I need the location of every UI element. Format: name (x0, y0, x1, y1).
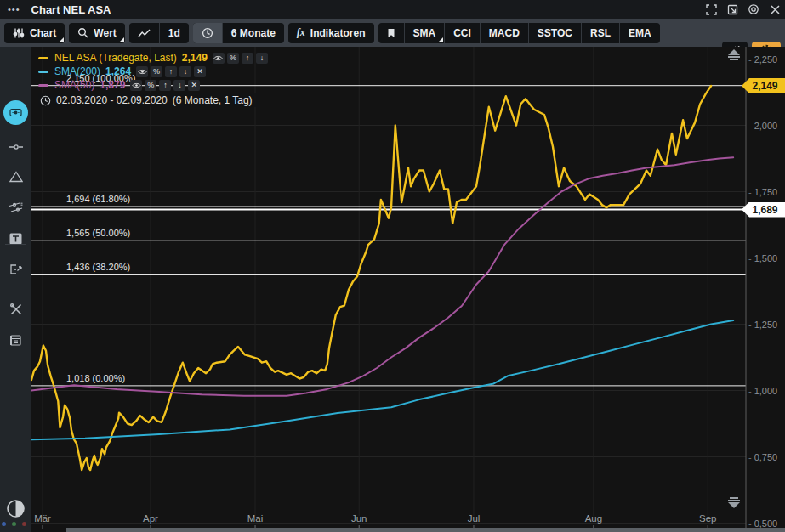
percent-icon[interactable]: % (151, 66, 162, 77)
horizontal-scrollbar[interactable] (66, 528, 785, 532)
record-icon[interactable] (747, 3, 760, 16)
scroll-down-icon[interactable] (725, 497, 743, 508)
chart-type-icon (13, 27, 25, 39)
move-down-icon[interactable]: ↓ (179, 66, 191, 77)
remove-icon[interactable]: ✕ (188, 80, 200, 91)
line-style-button[interactable] (129, 23, 160, 43)
indicator-button-cci[interactable]: CCI (445, 23, 481, 43)
dropdown-corner-icon (119, 37, 124, 42)
indicator-button-label: RSL (590, 27, 611, 39)
fib-label: 1,018 (0.00%) (66, 373, 125, 383)
bookmark-button[interactable] (378, 23, 405, 43)
close-icon[interactable] (768, 3, 782, 16)
daterange-bar: 02.03.2020 - 02.09.2020 (6 Monate, 1 Tag… (38, 93, 259, 107)
move-down-icon[interactable]: ↓ (256, 53, 268, 64)
timeframe-group: 1d (129, 23, 189, 43)
tool-chart-mode[interactable] (3, 100, 28, 125)
dropdown-corner-icon (438, 37, 443, 42)
tool-watchlist[interactable] (0, 327, 31, 353)
y-tick-label: -2,000 (748, 121, 777, 131)
percent-icon[interactable]: % (145, 80, 156, 91)
indicator-button-label: SMA (413, 27, 436, 39)
legend-swatch (38, 71, 48, 73)
visibility-eye-icon[interactable] (213, 53, 225, 64)
legend-value: 2,149 (182, 52, 208, 64)
axis-badge-2-149[interactable]: 2,149 (742, 78, 785, 93)
indicator-shortcuts-group: SMACCIMACDSSTOCRSLEMA (378, 23, 660, 43)
legend-swatch (38, 84, 48, 87)
tool-indicator-lines[interactable] (0, 195, 31, 220)
indicators-button[interactable]: fx Indikatoren (288, 23, 374, 43)
indicators-group: fx Indikatoren (288, 23, 374, 43)
indicator-button-sma[interactable]: SMA (405, 23, 446, 43)
clock-icon (40, 95, 51, 106)
chart-menu-group: Chart (4, 23, 65, 43)
axis-badge-1-689[interactable]: 1,689 (742, 202, 785, 218)
chart-canvas[interactable]: 2,150 (100.00%)1,694 (61.80%)1,565 (50.0… (31, 47, 785, 532)
indicators-label: Indikatoren (310, 27, 366, 39)
percent-icon[interactable]: % (227, 53, 239, 64)
indicator-button-rsl[interactable]: RSL (582, 23, 620, 43)
titlebar: ••• Chart NEL ASA (0, 0, 785, 19)
chart-menu-label: Chart (30, 27, 56, 39)
scroll-up-icon[interactable] (725, 49, 743, 60)
status-dot-1 (12, 522, 16, 526)
x-axis-label-mär: Mär (34, 513, 51, 524)
tool-triangle[interactable] (0, 164, 31, 190)
range-group: 6 Monate (193, 23, 284, 43)
move-down-icon[interactable]: ↓ (173, 80, 185, 91)
legend-row-1: SMA(200)1,264%↑↓✕ (38, 65, 270, 78)
status-dot-0 (2, 522, 6, 526)
indicator-button-macd[interactable]: MACD (481, 23, 529, 43)
legend-value: 1,264 (105, 65, 131, 77)
legend-swatch (38, 57, 48, 59)
visibility-eye-icon[interactable] (136, 66, 148, 77)
tool-edit[interactable] (0, 257, 31, 282)
chart-menu-button[interactable]: Chart (4, 23, 65, 43)
wert-label: Wert (94, 27, 116, 39)
price-chart: 2,150 (100.00%)1,694 (61.80%)1,565 (50.0… (31, 47, 785, 532)
contrast-toggle[interactable] (6, 499, 26, 522)
dropdown-corner-icon (59, 37, 64, 42)
tool-text[interactable] (0, 226, 31, 252)
move-up-icon[interactable]: ↑ (165, 66, 177, 77)
legend-label: SMA(50) (54, 79, 94, 91)
move-up-icon[interactable]: ↑ (159, 80, 171, 91)
indicator-button-label: MACD (489, 27, 520, 39)
series-nel-asa-tradegate-last- (31, 86, 711, 470)
y-tick-label: -1,250 (748, 320, 777, 330)
indicator-button-label: SSTOC (538, 27, 572, 39)
range-clock-button[interactable] (193, 23, 223, 43)
indicator-button-ema[interactable]: EMA (620, 23, 660, 43)
sidebar-divider (5, 244, 26, 245)
timeframe-button[interactable]: 1d (160, 23, 189, 43)
series-sma-50- (31, 157, 733, 395)
daterange-suffix: (6 Monate, 1 Tag) (173, 94, 253, 106)
wert-group: Wert (69, 23, 124, 43)
range-button[interactable]: 6 Monate (223, 23, 284, 43)
y-tick-label: -1,750 (748, 187, 777, 197)
range-label: 6 Monate (231, 27, 276, 39)
x-axis-label-sep: Sep (699, 513, 716, 524)
y-tick-label: -0,500 (748, 518, 777, 529)
y-tick-label: -2,250 (748, 54, 777, 65)
legend-row-0: NEL ASA (Tradegate, Last)2,149%↑↓ (38, 51, 270, 65)
tool-trendline[interactable] (0, 134, 31, 160)
legend-value: 1,879 (100, 79, 125, 91)
search-icon (77, 27, 88, 38)
tool-toolbox[interactable] (0, 297, 31, 322)
remove-icon[interactable]: ✕ (194, 66, 206, 77)
fullscreen-icon[interactable] (704, 3, 718, 16)
legend-label: NEL ASA (Tradegate, Last) (54, 52, 177, 64)
legend: NEL ASA (Tradegate, Last)2,149%↑↓SMA(200… (38, 51, 270, 110)
popout-icon[interactable] (725, 3, 739, 16)
indicator-button-sstoc[interactable]: SSTOC (529, 23, 582, 43)
visibility-eye-icon[interactable] (130, 80, 142, 91)
menu-dots-icon[interactable]: ••• (8, 4, 20, 14)
drawing-toolbar (0, 47, 31, 532)
wert-button[interactable]: Wert (69, 23, 124, 43)
fx-icon: fx (297, 26, 305, 39)
move-up-icon[interactable]: ↑ (242, 53, 253, 64)
fib-label: 1,565 (50.00%) (66, 228, 130, 238)
legend-row-2: SMA(50)1,879%↑↓✕ (38, 78, 270, 92)
